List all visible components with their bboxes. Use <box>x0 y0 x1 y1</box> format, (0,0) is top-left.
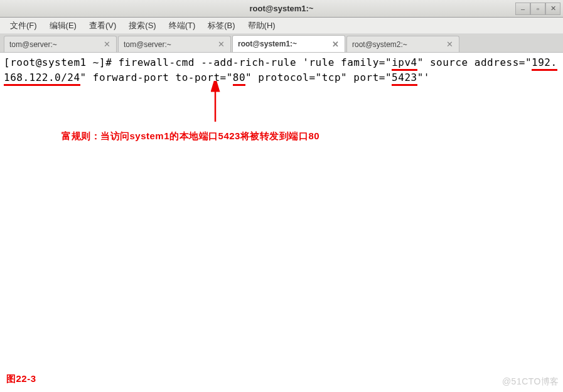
menu-help[interactable]: 帮助(H) <box>243 18 281 33</box>
terminal-line-1: [root@system1 ~]# firewall-cmd --add-ric… <box>4 55 559 85</box>
tabbar: tom@server:~ ✕ tom@server:~ ✕ root@syste… <box>0 34 563 53</box>
prompt-path: ~]# <box>87 56 119 68</box>
titlebar: root@system1:~ – ▫ ✕ <box>0 0 563 18</box>
menubar: 文件(F) 编辑(E) 查看(V) 搜索(S) 终端(T) 标签(B) 帮助(H… <box>0 18 563 34</box>
tab-label: tom@server:~ <box>9 40 57 49</box>
watermark: @51CTO博客 <box>502 375 559 388</box>
window-controls: – ▫ ✕ <box>515 3 560 15</box>
prompt-bracket: [ <box>4 56 10 68</box>
close-icon[interactable]: ✕ <box>102 40 111 49</box>
arrow-icon <box>206 81 225 125</box>
cmd-protocol: " protocol="tcp" port=" <box>245 72 392 83</box>
tab-label: tom@server:~ <box>124 40 171 49</box>
tab-tom-server-1[interactable]: tom@server:~ ✕ <box>4 36 117 52</box>
cmd-firewall: firewall-cmd --add-rich-rule 'rule famil… <box>118 56 392 68</box>
minimize-button[interactable]: – <box>515 3 530 15</box>
cmd-source: " source address=" <box>417 56 532 68</box>
menu-file[interactable]: 文件(F) <box>5 18 42 33</box>
close-icon[interactable]: ✕ <box>445 40 454 49</box>
value-toport: 80 <box>233 72 245 86</box>
window-title: root@system1:~ <box>250 4 314 13</box>
figure-label: 图22-3 <box>6 372 36 386</box>
tab-label: root@system1:~ <box>238 40 297 48</box>
value-ipv4: ipv4 <box>392 56 417 71</box>
prompt-user: root@system1 <box>10 56 87 68</box>
tab-label: root@system2:~ <box>352 40 407 49</box>
close-icon[interactable]: ✕ <box>217 40 225 49</box>
menu-edit[interactable]: 编辑(E) <box>45 18 82 33</box>
menu-tabs[interactable]: 标签(B) <box>203 18 240 33</box>
tab-root-system2[interactable]: root@system2:~ ✕ <box>346 36 459 52</box>
tab-tom-server-2[interactable]: tom@server:~ ✕ <box>118 36 231 52</box>
value-port: 5423 <box>392 72 417 86</box>
close-button[interactable]: ✕ <box>545 3 560 15</box>
annotation-text: 富规则：当访问system1的本地端口5423将被转发到端口80 <box>62 129 319 144</box>
close-icon[interactable]: ✕ <box>331 40 340 48</box>
terminal-body[interactable]: [root@system1 ~]# firewall-cmd --add-ric… <box>0 53 563 392</box>
menu-terminal[interactable]: 终端(T) <box>164 18 201 33</box>
menu-search[interactable]: 搜索(S) <box>124 18 161 33</box>
maximize-button[interactable]: ▫ <box>530 3 545 15</box>
cmd-end: "' <box>417 72 430 83</box>
menu-view[interactable]: 查看(V) <box>84 18 121 33</box>
tab-root-system1[interactable]: root@system1:~ ✕ <box>232 35 345 52</box>
